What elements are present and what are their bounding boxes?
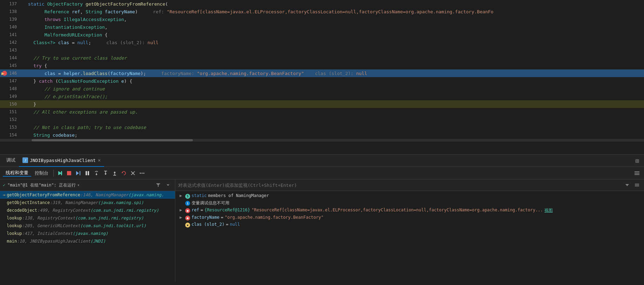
variables-content: ▶ S static members of NamingManager ▶ i … xyxy=(175,191,644,282)
var-expand-ref[interactable]: ▶ xyxy=(180,208,185,212)
svg-rect-1 xyxy=(61,171,62,175)
var-item-ref[interactable]: ▶ ● ref = {ResourceRef@1216} "ResourceRe… xyxy=(175,207,644,214)
run-to-cursor-button[interactable] xyxy=(74,169,82,177)
toolbar-threads-vars-label[interactable]: 线程和变量 xyxy=(3,170,31,177)
tab-debug[interactable]: 调试 xyxy=(3,155,19,167)
svg-rect-23 xyxy=(635,174,639,175)
line-number-142: 142 xyxy=(0,40,21,45)
line-number-152: 152 xyxy=(0,117,21,122)
line-number-148: 148 xyxy=(0,86,21,91)
thread-item-main[interactable]: ✓ "main"@1 在组"main": 正在运行 ▾ xyxy=(3,182,80,188)
var-item-static-members[interactable]: ▶ S static members of NamingManager xyxy=(175,192,644,199)
line-content-149: // e.printStackTrace(); xyxy=(21,94,644,99)
code-line-149: 149 // e.printStackTrace(); xyxy=(0,93,644,100)
var-name-clas: clas (slot_2) xyxy=(192,222,224,227)
code-line-142: 142 Class<?> clas = null; clas (slot_2):… xyxy=(0,39,644,46)
frame-item-5[interactable]: → lookup :417, InitialContext (javax.nam… xyxy=(0,230,175,237)
toolbar-console-label[interactable]: 控制台 xyxy=(32,170,51,176)
frame-item-0[interactable]: → getObjectFactoryFromReference :146, Na… xyxy=(0,191,175,199)
frames-panel: ✓ "main"@1 在组"main": 正在运行 ▾ xyxy=(0,179,175,282)
svg-marker-3 xyxy=(76,171,79,175)
var-item-factory-name[interactable]: ▶ ● factoryName = "org.apache.naming.fac… xyxy=(175,214,644,221)
svg-rect-2 xyxy=(67,171,71,175)
svg-rect-6 xyxy=(88,171,89,175)
thread-filter-button[interactable] xyxy=(154,181,162,189)
frame-location-2: :499, RegistryContext xyxy=(37,208,90,213)
settings-button[interactable] xyxy=(633,169,641,177)
code-scrollbar-thumb[interactable] xyxy=(32,139,193,141)
line-content-138: Reference ref, String factoryName) ref: … xyxy=(21,9,644,14)
svg-marker-24 xyxy=(156,183,160,187)
step-out-button[interactable] xyxy=(110,169,119,177)
line-content-151: // All other exceptions are passed up. xyxy=(21,109,644,115)
line-number-154: 154 xyxy=(0,133,21,137)
code-line-144: 144 // Try to use current class loader xyxy=(0,54,644,62)
var-view-link[interactable]: 视图 xyxy=(544,208,553,213)
line-content-150: } xyxy=(21,102,644,107)
frame-class-5: (javax.naming) xyxy=(73,231,108,236)
step-over-button[interactable] xyxy=(92,169,101,177)
var-item-debug-info[interactable]: ▶ i 变量调试信息不可用 xyxy=(175,199,644,207)
svg-point-19 xyxy=(142,172,143,174)
debug-content-area: ✓ "main"@1 在组"main": 正在运行 ▾ xyxy=(0,179,644,282)
frame-item-1[interactable]: → getObjectInstance :319, NamingManager … xyxy=(0,199,175,206)
line-content-153: // Not in class path; try to use codebas… xyxy=(21,125,644,130)
svg-marker-25 xyxy=(167,184,169,186)
frame-location-3: :138, RegistryContext xyxy=(22,216,75,220)
svg-rect-4 xyxy=(80,171,80,175)
frames-list[interactable]: → getObjectFactoryFromReference :146, Na… xyxy=(0,191,175,282)
stop-button[interactable] xyxy=(65,169,73,177)
pause-button[interactable] xyxy=(83,169,92,177)
thread-chevron-icon: ▾ xyxy=(77,183,80,188)
frame-item-3[interactable]: → lookup :138, RegistryContext (com.sun.… xyxy=(0,214,175,222)
var-expand-0[interactable]: ▶ xyxy=(180,193,185,198)
code-line-140: 140 InstantiationException, xyxy=(0,23,644,31)
line-number-151: 151 xyxy=(0,109,21,114)
var-icon-info: i xyxy=(185,201,190,206)
thread-status-text: "main"@1 在组"main": 正在运行 xyxy=(7,182,76,188)
var-icon-ref: ● xyxy=(185,208,190,213)
line-number-143: 143 xyxy=(0,48,21,53)
code-line-138: 138 Reference ref, String factoryName) r… xyxy=(0,8,644,15)
code-line-141: 141 MalformedURLException { xyxy=(0,31,644,39)
line-number-153: 153 xyxy=(0,125,21,130)
line-content-148: // ignore and continue xyxy=(21,86,644,91)
thread-expand-button[interactable] xyxy=(164,181,172,189)
tab-close-button[interactable]: × xyxy=(98,157,101,163)
var-item-clas[interactable]: ▶ ▪ clas (slot_2) = null xyxy=(175,221,644,228)
line-content-145: try { xyxy=(21,63,644,68)
code-line-152: 152 xyxy=(0,116,644,123)
step-into-button[interactable] xyxy=(101,169,110,177)
debug-toolbar: 线程和变量 控制台 xyxy=(0,167,644,179)
thread-check-icon: ✓ xyxy=(3,183,5,188)
expand-panel-button[interactable]: ⊞ xyxy=(633,156,641,165)
watch-expression-input[interactable] xyxy=(178,183,623,188)
watch-navigate-down[interactable] xyxy=(623,181,631,189)
frame-item-2[interactable]: → decodeObject :499, RegistryContext (co… xyxy=(0,206,175,214)
watch-settings-button[interactable] xyxy=(633,181,641,189)
tab-debug-label: 调试 xyxy=(6,157,15,163)
more-options-button[interactable] xyxy=(138,169,146,177)
svg-rect-5 xyxy=(86,171,87,175)
rerun-button[interactable] xyxy=(120,169,128,177)
clear-button[interactable] xyxy=(129,169,137,177)
svg-rect-29 xyxy=(635,186,639,186)
line-number-140: 140 xyxy=(0,25,21,29)
var-equals-clas: = xyxy=(226,222,228,227)
frame-item-4[interactable]: → lookup :205, GenericURLContext (com.su… xyxy=(0,222,175,230)
frame-item-6[interactable]: → main :10, JNDIBypassHighJavaClient (JN… xyxy=(0,237,175,245)
tab-jndi[interactable]: J JNDIBypassHighJavaClient × xyxy=(19,155,104,167)
resume-button[interactable] xyxy=(56,169,64,177)
line-content-154: String codebase; xyxy=(21,133,644,138)
var-keyword-static: static xyxy=(192,193,207,198)
line-number-145: 145 xyxy=(0,63,21,68)
var-name-ref: ref xyxy=(192,208,199,212)
code-line-145: 145 try { xyxy=(0,62,644,69)
line-number-141: 141 xyxy=(0,32,21,37)
line-content-147: } catch (ClassNotFoundException e) { xyxy=(21,79,644,84)
var-expand-factory[interactable]: ▶ xyxy=(180,215,185,220)
code-editor[interactable]: 137 static ObjectFactory getObjectFactor… xyxy=(0,0,644,154)
code-horizontal-scrollbar[interactable] xyxy=(0,139,644,142)
frame-method-6: main xyxy=(7,239,17,244)
frame-class-3: (com.sun.jndi.rmi.registry) xyxy=(75,216,143,220)
